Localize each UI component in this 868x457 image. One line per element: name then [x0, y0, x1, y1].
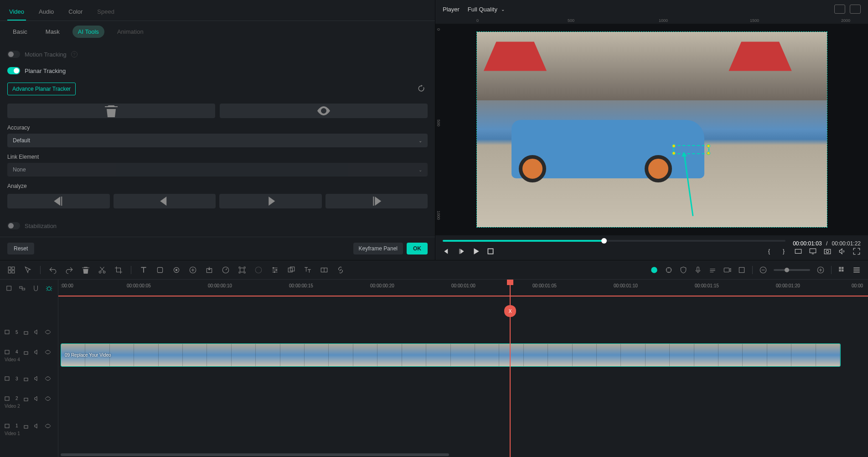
tab-ai-tools[interactable]: AI Tools: [72, 26, 104, 38]
video-track-icon[interactable]: [5, 395, 11, 402]
video-track-icon[interactable]: [5, 329, 11, 335]
lock-icon[interactable]: [23, 329, 29, 335]
analyze-step-back-button[interactable]: [7, 194, 110, 208]
tab-basic[interactable]: Basic: [7, 26, 33, 38]
track-row[interactable]: [58, 322, 868, 342]
detect-icon[interactable]: [238, 266, 246, 274]
mute-icon[interactable]: [34, 423, 40, 429]
step-forward-button[interactable]: [457, 247, 465, 255]
mic-icon[interactable]: [694, 266, 702, 274]
horizontal-scrollbar[interactable]: [58, 452, 868, 457]
marker-icon[interactable]: [738, 266, 746, 274]
mute-icon[interactable]: [34, 329, 40, 335]
crop-icon[interactable]: [114, 266, 123, 274]
mute-icon[interactable]: [34, 349, 40, 355]
visibility-tracker-button[interactable]: [220, 104, 428, 118]
track-row[interactable]: [58, 415, 868, 443]
sticker-icon[interactable]: [156, 266, 164, 274]
stop-button[interactable]: [486, 247, 495, 255]
adjust-icon[interactable]: [271, 266, 279, 274]
mute-icon[interactable]: [34, 395, 40, 402]
bug-icon[interactable]: [46, 285, 52, 292]
mark-out-button[interactable]: }: [780, 247, 788, 255]
playhead-marker[interactable]: X: [504, 305, 516, 317]
transition-icon[interactable]: [189, 266, 197, 274]
record-icon[interactable]: [723, 266, 731, 274]
video-frame[interactable]: [476, 31, 827, 228]
analyze-forward-button[interactable]: [219, 194, 322, 208]
ai-icon[interactable]: [650, 266, 658, 274]
color-icon[interactable]: [254, 266, 263, 274]
ratio-icon[interactable]: [794, 247, 802, 255]
progress-handle[interactable]: [601, 238, 607, 244]
ok-button[interactable]: OK: [407, 243, 428, 254]
track-row[interactable]: 09 Replace Your Video: [58, 342, 868, 369]
effect-icon[interactable]: [172, 266, 181, 274]
delete-tracker-button[interactable]: [7, 104, 215, 118]
delete-icon[interactable]: [82, 266, 90, 274]
play-button[interactable]: [472, 247, 480, 255]
shield-icon[interactable]: [679, 266, 687, 274]
prev-frame-button[interactable]: [443, 247, 451, 255]
advance-planar-tracker-button[interactable]: Advance Planar Tracker: [7, 83, 76, 95]
tab-audio[interactable]: Audio: [37, 4, 56, 21]
grid-icon[interactable]: [838, 266, 846, 274]
video-clip[interactable]: 09 Replace Your Video: [61, 343, 841, 367]
analyze-step-forward-button[interactable]: [326, 194, 428, 208]
snapshot-icon[interactable]: [823, 247, 832, 255]
video-track-icon[interactable]: [5, 349, 11, 355]
link-icon[interactable]: [336, 266, 345, 274]
group-icon[interactable]: [287, 266, 295, 274]
video-track-icon[interactable]: [5, 423, 11, 429]
export-frame-icon[interactable]: [205, 266, 213, 274]
undo-icon[interactable]: [49, 266, 57, 274]
magnet-icon[interactable]: [32, 285, 39, 292]
timeline-tracks-area[interactable]: :00:00 00:00:00:05 00:00:00:10 00:00:00:…: [58, 280, 868, 457]
zoom-in-icon[interactable]: [816, 266, 825, 274]
mark-in-button[interactable]: {: [765, 247, 773, 255]
enhance-icon[interactable]: [665, 266, 673, 274]
tab-color[interactable]: Color: [67, 4, 84, 21]
time-ruler[interactable]: :00:00 00:00:00:05 00:00:00:10 00:00:00:…: [58, 280, 868, 297]
fullscreen-icon[interactable]: [852, 247, 861, 255]
select-tool-icon[interactable]: [7, 266, 16, 274]
rectangle-icon[interactable]: [320, 266, 328, 274]
eye-icon[interactable]: [45, 375, 51, 382]
video-preview-area[interactable]: 0 500 1000: [435, 24, 868, 235]
eye-icon[interactable]: [45, 423, 51, 429]
tab-video[interactable]: Video: [7, 4, 26, 21]
scrollbar-thumb[interactable]: [61, 453, 449, 456]
zoom-slider[interactable]: [774, 269, 810, 271]
progress-bar[interactable]: [443, 240, 785, 242]
planar-tracking-toggle[interactable]: [7, 67, 20, 74]
monitor-icon[interactable]: [809, 247, 817, 255]
lock-icon[interactable]: [23, 395, 29, 402]
eye-icon[interactable]: [45, 395, 51, 402]
lock-icon[interactable]: [23, 423, 29, 429]
audio-icon[interactable]: [708, 266, 717, 274]
cut-icon[interactable]: [98, 266, 106, 274]
reset-tracker-icon[interactable]: [415, 82, 428, 96]
eye-icon[interactable]: [45, 349, 51, 355]
snap-icon[interactable]: [5, 285, 12, 292]
track-row[interactable]: [58, 369, 868, 388]
video-track-icon[interactable]: [5, 375, 11, 382]
eye-icon[interactable]: [45, 329, 51, 335]
link-tracks-icon[interactable]: [19, 285, 26, 292]
mute-icon[interactable]: [34, 375, 40, 382]
lock-icon[interactable]: [23, 375, 29, 382]
quality-dropdown[interactable]: Full Quality ⌄: [468, 6, 505, 13]
analyze-back-button[interactable]: [114, 194, 216, 208]
layout-icon[interactable]: [834, 5, 845, 14]
info-icon[interactable]: ?: [71, 51, 78, 57]
link-element-dropdown[interactable]: None ⌄: [7, 163, 428, 177]
playhead[interactable]: X: [510, 280, 511, 457]
options-icon[interactable]: [852, 266, 861, 274]
tracker-selection-box[interactable]: [673, 145, 709, 154]
zoom-out-icon[interactable]: [759, 266, 767, 274]
tab-mask[interactable]: Mask: [40, 26, 65, 38]
redo-icon[interactable]: [65, 266, 73, 274]
track-row[interactable]: [58, 388, 868, 415]
translate-icon[interactable]: [304, 266, 312, 274]
motion-tracking-toggle[interactable]: [7, 51, 20, 58]
